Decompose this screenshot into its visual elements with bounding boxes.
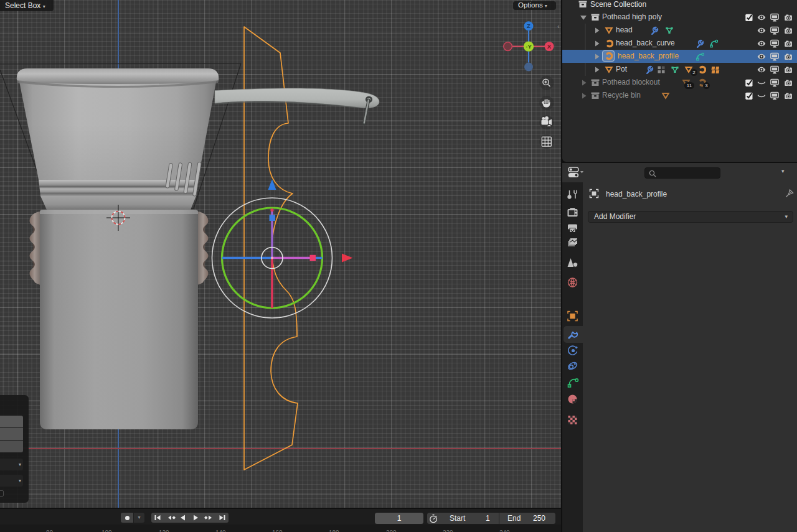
svg-text:-Y: -Y — [526, 43, 532, 50]
svg-text:X: X — [547, 43, 552, 50]
svg-text:Z: Z — [527, 22, 531, 29]
svg-text:‹: ‹ — [557, 23, 559, 30]
